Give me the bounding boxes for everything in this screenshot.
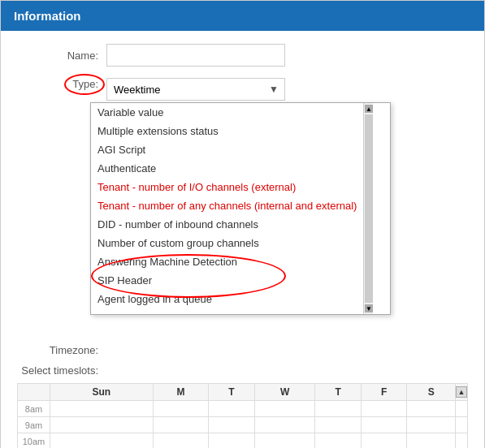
- time-cell: 8am: [18, 401, 50, 417]
- dropdown-scroll-wrap: Variable valueMultiple extensions status…: [91, 103, 390, 314]
- type-select-wrapper[interactable]: Weektime ▼: [106, 78, 285, 101]
- calendar-cell[interactable]: [254, 433, 315, 449]
- dropdown-item[interactable]: Agent logged in a queue: [91, 290, 363, 308]
- calendar-header-row: Sun M T W T F S ▲: [18, 384, 468, 401]
- calendar-cell[interactable]: [254, 401, 315, 417]
- scroll-col-header: ▲: [456, 384, 468, 401]
- dropdown-item[interactable]: Tenant - number of I/O channels (externa…: [91, 178, 363, 196]
- timezone-row: Timezone:: [17, 344, 468, 356]
- calendar-cell[interactable]: [50, 433, 154, 449]
- dropdown-item[interactable]: SIP Header: [91, 271, 363, 290]
- calendar-cell[interactable]: [361, 401, 406, 417]
- calendar-cell[interactable]: [315, 401, 361, 417]
- main-window: Information Name: Type: Weektime ▼: [0, 0, 485, 448]
- col-sun: Sun: [50, 384, 154, 401]
- calendar-row: 10am: [18, 433, 468, 449]
- time-cell: 10am: [18, 433, 50, 449]
- calendar-section: Timezone: Select timeslots: Sun M T W T: [17, 344, 468, 448]
- dropdown-item[interactable]: Multiple extensions status: [91, 122, 363, 140]
- calendar-cell[interactable]: [361, 433, 406, 449]
- name-label: Name:: [17, 50, 106, 62]
- calendar-cell[interactable]: [209, 417, 254, 433]
- name-row: Name:: [17, 44, 468, 67]
- col-t2: T: [315, 384, 361, 401]
- calendar-scroll-up[interactable]: ▲: [456, 386, 467, 398]
- col-s: S: [407, 384, 456, 401]
- dropdown-item[interactable]: Number of custom group channels: [91, 234, 363, 252]
- scroll-cell: [456, 433, 468, 449]
- col-t1: T: [209, 384, 254, 401]
- calendar-cell[interactable]: [361, 417, 406, 433]
- type-select[interactable]: Weektime: [106, 78, 285, 101]
- type-label: Type:: [72, 78, 98, 90]
- calendar-cell[interactable]: [153, 433, 209, 449]
- col-w: W: [254, 384, 315, 401]
- calendar-cell[interactable]: [315, 433, 361, 449]
- calendar-cell[interactable]: [407, 417, 456, 433]
- dropdown-item[interactable]: Variable value: [91, 103, 363, 122]
- scroll-down-button[interactable]: ▼: [365, 304, 373, 312]
- dropdown-item[interactable]: Answering Machine Detection: [91, 252, 363, 271]
- col-m: M: [153, 384, 209, 401]
- calendar-cell[interactable]: [50, 417, 154, 433]
- calendar-cell[interactable]: [407, 433, 456, 449]
- type-dropdown: Variable valueMultiple extensions status…: [90, 102, 391, 315]
- calendar-cell[interactable]: [407, 401, 456, 417]
- calendar-cell[interactable]: [209, 401, 254, 417]
- scroll-cell: [456, 401, 468, 417]
- calendar-cell[interactable]: [153, 401, 209, 417]
- calendar-grid: Sun M T W T F S ▲ 8am9am1: [17, 383, 468, 448]
- calendar-cell[interactable]: [50, 401, 154, 417]
- timeslots-label-row: Select timeslots:: [17, 364, 468, 377]
- timezone-label: Timezone:: [17, 344, 106, 356]
- dropdown-item[interactable]: AGI Script: [91, 140, 363, 159]
- type-row: Type: Weektime ▼: [17, 78, 468, 101]
- calendar-body: 8am9am10am11am12pm: [18, 401, 468, 449]
- scrollbar[interactable]: ▲ ▼: [363, 103, 373, 314]
- scrollbar-thumb[interactable]: [365, 114, 373, 303]
- dropdown-item[interactable]: Authenticate: [91, 159, 363, 178]
- scroll-up-button[interactable]: ▲: [365, 105, 373, 113]
- window-header: Information: [1, 1, 484, 31]
- timeslots-label: Select timeslots:: [17, 364, 106, 377]
- calendar-cell[interactable]: [209, 433, 254, 449]
- col-f: F: [361, 384, 406, 401]
- dropdown-item[interactable]: Tenant - number of any channels (interna…: [91, 196, 363, 215]
- time-cell: 9am: [18, 417, 50, 433]
- content-area: Name: Type: Weektime ▼ Variable valueMul…: [1, 31, 484, 448]
- calendar-cell[interactable]: [153, 417, 209, 433]
- dropdown-item[interactable]: DID - number of inbound channels: [91, 215, 363, 234]
- calendar-row: 8am: [18, 401, 468, 417]
- calendar-wrap: Sun M T W T F S ▲ 8am9am1: [17, 383, 468, 448]
- calendar-cell[interactable]: [254, 417, 315, 433]
- calendar-row: 9am: [18, 417, 468, 433]
- name-input[interactable]: [106, 44, 285, 67]
- dropdown-list: Variable valueMultiple extensions status…: [91, 103, 363, 314]
- type-label-wrap: Type:: [17, 78, 106, 90]
- scroll-cell: [456, 417, 468, 433]
- header-title: Information: [14, 9, 81, 23]
- time-header: [18, 384, 50, 401]
- dropdown-item[interactable]: Agent paused from queue: [91, 308, 363, 314]
- calendar-cell[interactable]: [315, 417, 361, 433]
